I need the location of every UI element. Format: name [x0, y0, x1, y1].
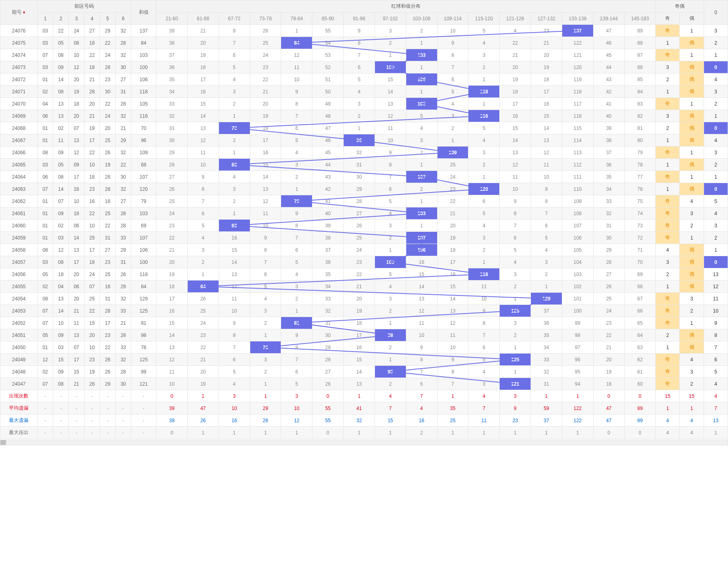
- dist-cell-7: 3: [375, 293, 406, 305]
- sum-cell: 118: [131, 268, 156, 281]
- front-num-3: 12: [69, 147, 84, 159]
- front-num-2: 09: [53, 207, 69, 220]
- dist-cell-14: 46: [593, 37, 624, 49]
- stat-val: 1: [187, 390, 219, 402]
- dist-cell-15: 78: [624, 159, 656, 171]
- period-cell: 24057: [0, 256, 38, 268]
- front-num-2: 09: [53, 366, 69, 378]
- dist-cell-9: 22: [437, 195, 468, 207]
- dist-cell-9: 25: [437, 159, 468, 171]
- dist-cell-10: 1: [468, 171, 500, 183]
- dist-cell-11: 121: [500, 378, 531, 390]
- dist-cell-14: 38: [593, 134, 624, 147]
- dist-cell-7: 4: [375, 207, 406, 220]
- dist-cell-3: 4: [250, 293, 281, 305]
- dist-cell-4: 12: [281, 49, 312, 61]
- dist-cell-5: 26: [312, 378, 344, 390]
- front-num-5: 26: [100, 366, 115, 378]
- stat-val: 1: [281, 427, 312, 439]
- dist-cell-14: 44: [593, 61, 624, 73]
- dist-cell-11: 20: [500, 61, 531, 73]
- stat-val: 13: [704, 414, 728, 427]
- dist-cell-2: 69: [219, 220, 250, 232]
- sum-cell: 116: [131, 110, 156, 122]
- dist-cell-13: 109: [562, 195, 593, 207]
- sum-cell: 121: [131, 378, 156, 390]
- dist-cell-15: 83: [624, 98, 656, 110]
- dist-cell-13: 118: [562, 86, 593, 98]
- dist-cell-0: 10: [156, 378, 188, 390]
- dist-cell-3: 18: [250, 122, 281, 134]
- dist-cell-10: 118: [468, 268, 500, 281]
- zero-cell: 0: [704, 122, 728, 134]
- stat-val: 1: [437, 427, 468, 439]
- dist-cell-13: 119: [562, 73, 593, 86]
- period-cell: 24050: [0, 341, 38, 354]
- dist-cell-15: 86: [624, 61, 656, 73]
- period-cell: 24065: [0, 159, 38, 171]
- stat-val: 15: [680, 390, 704, 402]
- front-num-5: 29: [100, 378, 115, 390]
- scrollbar-thumb[interactable]: [0, 440, 6, 445]
- dist-cell-11: 17: [500, 98, 531, 110]
- dist-cell-9: 17: [437, 256, 468, 268]
- front-num-5: 22: [100, 98, 115, 110]
- dist-cell-11: 15: [500, 122, 531, 134]
- dist-cell-1: 18: [187, 61, 219, 73]
- dist-cell-11: 2: [500, 281, 531, 293]
- front-num-4: 15: [84, 317, 100, 329]
- header-dist-12: 127-132: [531, 13, 562, 25]
- dist-cell-3: 10: [250, 220, 281, 232]
- stat-val: 55: [312, 414, 344, 427]
- dist-cell-3: 16: [250, 147, 281, 159]
- dist-cell-9: 15: [437, 281, 468, 293]
- front-num-1: 03: [37, 37, 53, 49]
- header-parity-0: 奇: [656, 13, 680, 25]
- front-num-6: 26: [115, 268, 131, 281]
- table-row: 2405808121317272910621315863724110618254…: [0, 244, 728, 256]
- header-dist-15: 145-183: [624, 13, 656, 25]
- dist-cell-10: 116: [468, 110, 500, 122]
- stat-val: 41: [344, 402, 375, 414]
- period-cell: 24074: [0, 49, 38, 61]
- front-num-4: 22: [84, 49, 100, 61]
- stat-val: 4: [704, 390, 728, 402]
- stat-dash: -: [69, 414, 84, 427]
- dist-cell-6: 18: [344, 317, 375, 329]
- dist-cell-2: 1: [219, 147, 250, 159]
- front-num-4: 10: [84, 159, 100, 171]
- zero-cell: 1: [704, 244, 728, 256]
- front-num-1: 01: [37, 232, 53, 244]
- dist-cell-10: 2: [468, 159, 500, 171]
- front-num-3: 24: [69, 25, 84, 37]
- sum-cell: 107: [131, 171, 156, 183]
- dist-cell-14: 22: [593, 329, 624, 341]
- dist-cell-5: 36: [312, 256, 344, 268]
- dist-cell-14: 41: [593, 98, 624, 110]
- dist-cell-2: 13: [219, 268, 250, 281]
- dist-cell-0: 19: [156, 268, 188, 281]
- dist-cell-11: 125: [500, 305, 531, 317]
- dist-cell-1: 6: [187, 207, 219, 220]
- front-num-1: 08: [37, 147, 53, 159]
- stat-dash: -: [69, 427, 84, 439]
- front-num-4: 27: [84, 25, 100, 37]
- header-period[interactable]: 期号▼: [0, 0, 38, 25]
- dist-cell-15: 76: [624, 183, 656, 195]
- front-num-5: 23: [100, 256, 115, 268]
- front-num-6: 32: [115, 183, 131, 195]
- header-dist-3: 73-78: [250, 13, 281, 25]
- header-zero: 0: [704, 0, 728, 25]
- dist-cell-11: 125: [500, 354, 531, 366]
- dist-cell-11: 2: [500, 329, 531, 341]
- dist-cell-4: 6: [281, 244, 312, 256]
- stat-val: 89: [624, 402, 656, 414]
- stat-val: 12: [281, 414, 312, 427]
- front-num-3: 20: [69, 268, 84, 281]
- dist-cell-12: 37: [531, 305, 562, 317]
- front-num-2: 08: [53, 171, 69, 183]
- front-num-1: 01: [37, 134, 53, 147]
- table-row: 2404707082126293012110194152613267312131…: [0, 378, 728, 390]
- horizontal-scrollbar[interactable]: [0, 440, 728, 445]
- stat-label: 最大连出: [0, 427, 38, 439]
